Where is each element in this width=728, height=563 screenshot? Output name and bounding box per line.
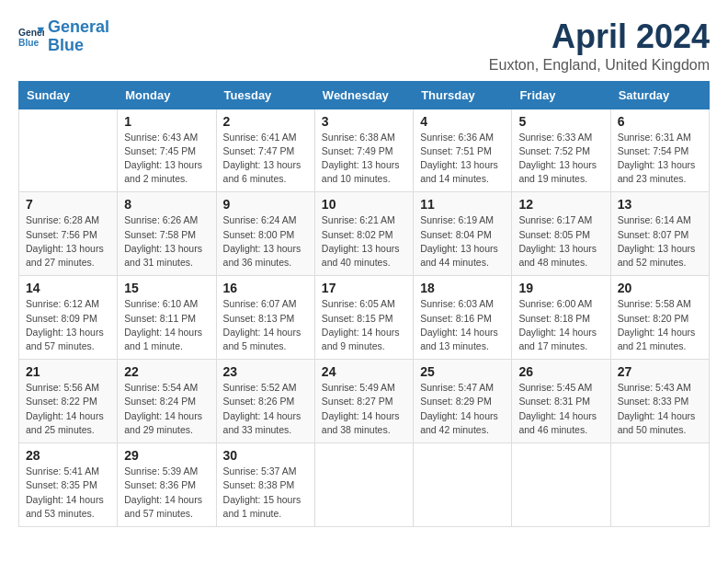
calendar-cell: 11Sunrise: 6:19 AMSunset: 8:04 PMDayligh…	[414, 192, 512, 276]
logo-icon: General Blue	[18, 24, 44, 50]
day-number: 18	[420, 281, 505, 295]
day-number: 4	[420, 114, 505, 129]
day-info: Sunrise: 5:45 AMSunset: 8:31 PMDaylight:…	[518, 381, 603, 437]
day-info: Sunrise: 6:05 AMSunset: 8:15 PMDaylight:…	[322, 297, 406, 353]
calendar-cell: 29Sunrise: 5:39 AMSunset: 8:36 PMDayligh…	[118, 443, 216, 527]
day-number: 28	[26, 448, 110, 463]
calendar-cell	[414, 443, 512, 527]
day-info: Sunrise: 6:33 AMSunset: 7:52 PMDaylight:…	[518, 131, 603, 187]
day-info: Sunrise: 5:58 AMSunset: 8:20 PMDaylight:…	[618, 297, 702, 353]
day-number: 21	[26, 364, 110, 379]
day-info: Sunrise: 5:56 AMSunset: 8:22 PMDaylight:…	[26, 381, 110, 437]
day-info: Sunrise: 6:12 AMSunset: 8:09 PMDaylight:…	[26, 297, 110, 353]
calendar-cell: 27Sunrise: 5:43 AMSunset: 8:33 PMDayligh…	[610, 360, 709, 443]
calendar-week-row: 1Sunrise: 6:43 AMSunset: 7:45 PMDaylight…	[19, 109, 710, 192]
calendar-cell: 5Sunrise: 6:33 AMSunset: 7:52 PMDaylight…	[512, 109, 610, 192]
calendar-cell: 13Sunrise: 6:14 AMSunset: 8:07 PMDayligh…	[610, 192, 709, 276]
day-info: Sunrise: 5:43 AMSunset: 8:33 PMDaylight:…	[618, 381, 702, 437]
calendar-cell	[19, 109, 118, 192]
day-header-wednesday: Wednesday	[314, 81, 413, 109]
calendar-cell: 21Sunrise: 5:56 AMSunset: 8:22 PMDayligh…	[19, 360, 118, 443]
calendar-cell: 10Sunrise: 6:21 AMSunset: 8:02 PMDayligh…	[314, 192, 413, 276]
calendar-week-row: 14Sunrise: 6:12 AMSunset: 8:09 PMDayligh…	[19, 276, 710, 360]
day-header-friday: Friday	[512, 81, 610, 109]
month-title: April 2024	[489, 18, 710, 55]
day-info: Sunrise: 6:41 AMSunset: 7:47 PMDaylight:…	[223, 131, 308, 187]
day-header-tuesday: Tuesday	[216, 81, 314, 109]
day-info: Sunrise: 6:43 AMSunset: 7:45 PMDaylight:…	[124, 131, 209, 187]
calendar-cell: 22Sunrise: 5:54 AMSunset: 8:24 PMDayligh…	[118, 360, 216, 443]
day-number: 10	[322, 197, 406, 212]
day-number: 20	[618, 281, 702, 295]
day-number: 1	[124, 114, 209, 129]
day-number: 26	[518, 364, 603, 379]
day-number: 3	[322, 114, 406, 129]
title-section: April 2024 Euxton, England, United Kingd…	[489, 18, 710, 74]
day-info: Sunrise: 6:21 AMSunset: 8:02 PMDaylight:…	[322, 213, 406, 270]
calendar-cell: 2Sunrise: 6:41 AMSunset: 7:47 PMDaylight…	[216, 109, 314, 192]
svg-text:Blue: Blue	[18, 38, 40, 48]
day-number: 8	[124, 197, 209, 212]
day-info: Sunrise: 5:47 AMSunset: 8:29 PMDaylight:…	[420, 381, 505, 437]
calendar-cell: 18Sunrise: 6:03 AMSunset: 8:16 PMDayligh…	[414, 276, 512, 360]
calendar-cell: 15Sunrise: 6:10 AMSunset: 8:11 PMDayligh…	[118, 276, 216, 360]
day-number: 19	[518, 281, 603, 295]
calendar-cell: 1Sunrise: 6:43 AMSunset: 7:45 PMDaylight…	[118, 109, 216, 192]
page-header: General Blue General Blue April 2024 Eux…	[18, 18, 710, 74]
calendar-cell: 8Sunrise: 6:26 AMSunset: 7:58 PMDaylight…	[118, 192, 216, 276]
calendar-cell	[512, 443, 610, 527]
day-info: Sunrise: 6:00 AMSunset: 8:18 PMDaylight:…	[518, 297, 603, 353]
day-info: Sunrise: 5:39 AMSunset: 8:36 PMDaylight:…	[124, 465, 209, 521]
calendar-cell: 4Sunrise: 6:36 AMSunset: 7:51 PMDaylight…	[414, 109, 512, 192]
calendar-cell: 28Sunrise: 5:41 AMSunset: 8:35 PMDayligh…	[19, 443, 118, 527]
day-number: 25	[420, 364, 505, 379]
day-info: Sunrise: 6:19 AMSunset: 8:04 PMDaylight:…	[420, 213, 505, 270]
calendar-cell: 9Sunrise: 6:24 AMSunset: 8:00 PMDaylight…	[216, 192, 314, 276]
calendar-cell: 19Sunrise: 6:00 AMSunset: 8:18 PMDayligh…	[512, 276, 610, 360]
day-info: Sunrise: 6:03 AMSunset: 8:16 PMDaylight:…	[420, 297, 505, 353]
day-number: 11	[420, 197, 505, 212]
calendar-cell	[314, 443, 413, 527]
day-number: 17	[322, 281, 406, 295]
day-info: Sunrise: 6:36 AMSunset: 7:51 PMDaylight:…	[420, 131, 505, 187]
day-info: Sunrise: 5:41 AMSunset: 8:35 PMDaylight:…	[26, 465, 110, 521]
day-header-sunday: Sunday	[19, 81, 118, 109]
day-number: 2	[223, 114, 308, 129]
day-number: 6	[618, 114, 702, 129]
day-number: 15	[124, 281, 209, 295]
day-info: Sunrise: 6:07 AMSunset: 8:13 PMDaylight:…	[223, 297, 308, 353]
day-number: 5	[518, 114, 603, 129]
day-number: 14	[26, 281, 110, 295]
logo-text: General Blue	[48, 18, 109, 55]
calendar-week-row: 28Sunrise: 5:41 AMSunset: 8:35 PMDayligh…	[19, 443, 710, 527]
calendar-cell: 14Sunrise: 6:12 AMSunset: 8:09 PMDayligh…	[19, 276, 118, 360]
day-number: 7	[26, 197, 110, 212]
day-number: 23	[223, 364, 308, 379]
day-info: Sunrise: 5:52 AMSunset: 8:26 PMDaylight:…	[223, 381, 308, 437]
day-number: 16	[223, 281, 308, 295]
day-info: Sunrise: 6:17 AMSunset: 8:05 PMDaylight:…	[518, 213, 603, 270]
calendar-cell: 26Sunrise: 5:45 AMSunset: 8:31 PMDayligh…	[512, 360, 610, 443]
day-number: 9	[223, 197, 308, 212]
calendar-cell: 7Sunrise: 6:28 AMSunset: 7:56 PMDaylight…	[19, 192, 118, 276]
calendar-cell: 3Sunrise: 6:38 AMSunset: 7:49 PMDaylight…	[314, 109, 413, 192]
day-number: 27	[618, 364, 702, 379]
calendar-cell: 16Sunrise: 6:07 AMSunset: 8:13 PMDayligh…	[216, 276, 314, 360]
calendar-cell: 12Sunrise: 6:17 AMSunset: 8:05 PMDayligh…	[512, 192, 610, 276]
calendar-cell: 17Sunrise: 6:05 AMSunset: 8:15 PMDayligh…	[314, 276, 413, 360]
calendar-header-row: SundayMondayTuesdayWednesdayThursdayFrid…	[19, 81, 710, 109]
day-info: Sunrise: 6:14 AMSunset: 8:07 PMDaylight:…	[618, 213, 702, 270]
calendar-table: SundayMondayTuesdayWednesdayThursdayFrid…	[18, 81, 710, 527]
calendar-week-row: 7Sunrise: 6:28 AMSunset: 7:56 PMDaylight…	[19, 192, 710, 276]
day-info: Sunrise: 5:49 AMSunset: 8:27 PMDaylight:…	[322, 381, 406, 437]
day-number: 12	[518, 197, 603, 212]
day-info: Sunrise: 6:38 AMSunset: 7:49 PMDaylight:…	[322, 131, 406, 187]
calendar-week-row: 21Sunrise: 5:56 AMSunset: 8:22 PMDayligh…	[19, 360, 710, 443]
day-number: 30	[223, 448, 308, 463]
day-info: Sunrise: 6:10 AMSunset: 8:11 PMDaylight:…	[124, 297, 209, 353]
logo: General Blue General Blue	[18, 18, 109, 55]
day-info: Sunrise: 5:37 AMSunset: 8:38 PMDaylight:…	[223, 465, 308, 521]
day-info: Sunrise: 6:31 AMSunset: 7:54 PMDaylight:…	[618, 131, 702, 187]
calendar-cell: 6Sunrise: 6:31 AMSunset: 7:54 PMDaylight…	[610, 109, 709, 192]
day-info: Sunrise: 6:26 AMSunset: 7:58 PMDaylight:…	[124, 213, 209, 270]
